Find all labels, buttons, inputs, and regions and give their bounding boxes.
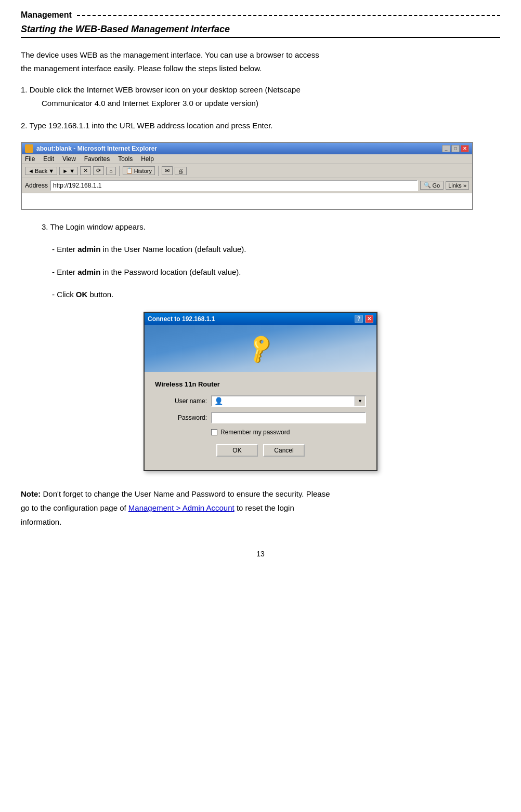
step-3-sub2-bold: admin bbox=[77, 268, 100, 276]
back-arrow-icon: ◄ bbox=[28, 168, 34, 174]
login-password-row: Password: bbox=[155, 412, 366, 423]
links-button[interactable]: Links » bbox=[446, 181, 469, 190]
address-value: http://192.168.1.1 bbox=[53, 182, 101, 189]
maximize-button[interactable]: □ bbox=[451, 145, 460, 152]
login-button-row: OK Cancel bbox=[155, 444, 366, 462]
page-title: Management bbox=[21, 10, 72, 20]
back-label: Back bbox=[35, 168, 47, 174]
menu-view[interactable]: View bbox=[62, 155, 76, 163]
browser-addressbar: Address http://192.168.1.1 🔍 Go Links » bbox=[22, 178, 472, 193]
print-button[interactable]: 🖨 bbox=[175, 167, 187, 175]
note-text1: Don't forget to change the User Name and… bbox=[41, 489, 330, 498]
menu-tools[interactable]: Tools bbox=[118, 155, 133, 163]
step-3-sub1-pre: - Enter bbox=[52, 245, 77, 254]
login-help-button[interactable]: ? bbox=[355, 315, 363, 323]
browser-titlebar-left: about:blank - Microsoft Internet Explore… bbox=[25, 144, 157, 153]
step-1-text2: Communicator 4.0 and Internet Explorer 3… bbox=[42, 99, 258, 108]
remember-checkbox[interactable] bbox=[211, 429, 217, 435]
forward-button[interactable]: ► ▼ bbox=[59, 167, 78, 175]
menu-favorites[interactable]: Favorites bbox=[84, 155, 110, 163]
login-dialog-title: Connect to 192.168.1.1 bbox=[148, 315, 215, 323]
login-close-button[interactable]: ✕ bbox=[365, 315, 373, 323]
menu-edit[interactable]: Edit bbox=[43, 155, 54, 163]
login-dialog: Connect to 192.168.1.1 ? ✕ 🔑 Wireless 11… bbox=[144, 312, 377, 471]
step-1-text: 1. Double click the Internet WEB browser… bbox=[21, 85, 301, 94]
note-label: Note: bbox=[21, 489, 41, 498]
go-label: Go bbox=[432, 182, 440, 189]
admin-account-link[interactable]: Management > Admin Account bbox=[128, 503, 235, 512]
browser-content bbox=[22, 193, 472, 209]
links-arrow-icon: » bbox=[463, 182, 466, 189]
toolbar-separator-2 bbox=[158, 166, 159, 176]
browser-icon bbox=[25, 144, 33, 153]
step-3-sub2: - Enter admin in the Password location (… bbox=[52, 265, 500, 279]
page-number: 13 bbox=[21, 550, 500, 558]
step-3-sub1-post: in the User Name location (default value… bbox=[100, 245, 246, 254]
history-label: History bbox=[134, 168, 152, 174]
step-3-sub3: - Click OK button. bbox=[52, 288, 500, 301]
note-section: Note: Don't forget to change the User Na… bbox=[21, 487, 500, 529]
step-3-sub2-post: in the Password location (default value)… bbox=[100, 268, 241, 276]
step-3-text: 3. The Login window appears. bbox=[42, 222, 146, 231]
step-3-sub3-bold: OK bbox=[76, 290, 88, 299]
browser-titlebar: about:blank - Microsoft Internet Explore… bbox=[22, 143, 472, 154]
forward-arrow-icon: ► bbox=[62, 168, 68, 174]
intro-line2: the management interface easily. Please … bbox=[21, 64, 262, 73]
minimize-button[interactable]: _ bbox=[442, 145, 450, 152]
toolbar-separator-1 bbox=[119, 166, 120, 176]
go-button[interactable]: 🔍 Go bbox=[420, 181, 444, 190]
note-text3: to reset the login bbox=[235, 503, 294, 512]
keys-icon: 🔑 bbox=[243, 331, 278, 366]
step-3-sub1: - Enter admin in the User Name location … bbox=[52, 243, 500, 256]
login-body: Wireless 11n Router User name: 👤 ▼ Passw… bbox=[145, 372, 376, 470]
stop-button[interactable]: ✕ bbox=[80, 166, 91, 175]
address-label: Address bbox=[25, 182, 48, 189]
user-icon: 👤 bbox=[214, 397, 223, 405]
step-3-sub3-post: button. bbox=[87, 290, 113, 299]
refresh-button[interactable]: ⟳ bbox=[93, 166, 104, 175]
forward-dropdown-icon: ▼ bbox=[69, 168, 75, 174]
step-3-sub3-pre: - Click bbox=[52, 290, 76, 299]
browser-controls: _ □ ✕ bbox=[442, 145, 469, 152]
browser-title: about:blank - Microsoft Internet Explore… bbox=[36, 145, 157, 152]
login-password-input[interactable] bbox=[211, 412, 366, 423]
page-header: Management bbox=[21, 10, 500, 20]
links-label: Links bbox=[448, 182, 462, 189]
header-divider bbox=[77, 15, 500, 16]
step-3: 3. The Login window appears. bbox=[42, 220, 500, 234]
login-username-label: User name: bbox=[155, 397, 207, 405]
login-username-input[interactable]: 👤 ▼ bbox=[211, 395, 366, 407]
login-password-label: Password: bbox=[155, 414, 207, 421]
mail-button[interactable]: ✉ bbox=[162, 166, 173, 175]
home-button[interactable]: ⌂ bbox=[106, 167, 116, 175]
login-dialog-container: Connect to 192.168.1.1 ? ✕ 🔑 Wireless 11… bbox=[21, 312, 500, 471]
note-text4: information. bbox=[21, 517, 61, 526]
step-3-sub1-bold: admin bbox=[77, 245, 100, 254]
step-2-text: 2. Type 192.168.1.1 into the URL WEB add… bbox=[21, 121, 272, 130]
login-titlebar: Connect to 192.168.1.1 ? ✕ bbox=[145, 313, 376, 325]
login-device-name: Wireless 11n Router bbox=[155, 380, 366, 388]
login-remember-row: Remember my password bbox=[211, 429, 366, 436]
close-button[interactable]: ✕ bbox=[461, 145, 469, 152]
login-cancel-button[interactable]: Cancel bbox=[263, 444, 305, 457]
back-button[interactable]: ◄ Back ▼ bbox=[25, 167, 57, 175]
menu-file[interactable]: File bbox=[25, 155, 35, 163]
step-2: 2. Type 192.168.1.1 into the URL WEB add… bbox=[21, 119, 500, 132]
browser-screenshot: about:blank - Microsoft Internet Explore… bbox=[21, 142, 473, 210]
history-button[interactable]: 📋 History bbox=[123, 166, 155, 175]
back-dropdown-icon: ▼ bbox=[48, 168, 54, 174]
login-username-value: 👤 bbox=[212, 397, 225, 405]
login-ok-button[interactable]: OK bbox=[216, 444, 258, 457]
intro-line1: The device uses WEB as the management in… bbox=[21, 50, 319, 59]
menu-help[interactable]: Help bbox=[141, 155, 154, 163]
step-3-sub2-pre: - Enter bbox=[52, 268, 77, 276]
intro-text: The device uses WEB as the management in… bbox=[21, 48, 500, 75]
browser-toolbar: ◄ Back ▼ ► ▼ ✕ ⟳ ⌂ 📋 History ✉ 🖨 bbox=[22, 164, 472, 178]
username-dropdown-arrow[interactable]: ▼ bbox=[355, 396, 365, 406]
address-input[interactable]: http://192.168.1.1 bbox=[50, 180, 418, 191]
remember-label: Remember my password bbox=[220, 429, 290, 436]
login-title-icons: ? ✕ bbox=[355, 315, 373, 323]
login-header-area: 🔑 bbox=[145, 325, 376, 372]
login-username-row: User name: 👤 ▼ bbox=[155, 395, 366, 407]
step-1: 1. Double click the Internet WEB browser… bbox=[21, 83, 500, 110]
